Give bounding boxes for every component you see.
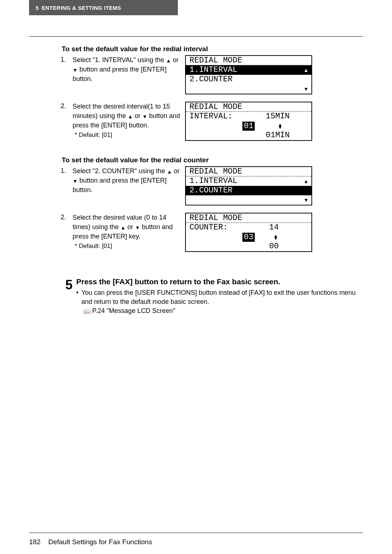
lcd-min-line: 00 [186, 242, 311, 251]
down-arrow-icon [73, 66, 78, 74]
lcd-blank-line: ▼ [186, 195, 311, 205]
text-fragment: or [133, 112, 142, 119]
down-scroll-icon: ▼ [303, 197, 309, 203]
subheading-counter: To set the default value for the redial … [62, 156, 363, 164]
lcd-title-line: REDIAL MODE [186, 213, 311, 223]
lcd-item-selected: 2.COUNTER [186, 186, 311, 195]
chapter-header: 5 ENTERING & SETTING ITEMS [29, 0, 178, 15]
lcd-screen: REDIAL MODE INTERVAL: 15MIN 01 ▲▼ 01MIN [185, 102, 312, 141]
step-number: 1. [29, 55, 73, 64]
big-step-number: 5 [62, 277, 73, 293]
default-note: * Default: [01] [75, 242, 181, 251]
lcd-min-value: 01MIN [266, 131, 290, 139]
lcd-value-line: INTERVAL: 15MIN [186, 112, 311, 121]
top-rule [29, 36, 363, 37]
up-arrow-icon [166, 57, 171, 64]
subheading-interval: To set the default value for the redial … [62, 45, 363, 53]
lcd-item: 1.INTERVAL ▲ [186, 176, 311, 186]
lcd-screen: REDIAL MODE 1.INTERVAL ▲ 2.COUNTER ▼ [185, 55, 312, 94]
step-text: Select the desired interval(1 to 15 minu… [73, 102, 185, 140]
bullet-text: You can press the [USER FUNCTIONS] butto… [81, 288, 363, 306]
lcd-item-label: 1.INTERVAL [189, 66, 237, 74]
interval-step2-row: 2. Select the desired interval(1 to 15 m… [29, 102, 363, 141]
step-text: Select "2. COUNTER" using the or button … [73, 166, 185, 195]
lcd-title: REDIAL MODE [189, 168, 242, 176]
lcd-current-value: 03 [242, 233, 255, 242]
lcd-value-current: 03 ▲▼ [186, 232, 311, 242]
lcd-value-line: COUNTER: 14 [186, 223, 311, 232]
page-content: To set the default value for the redial … [29, 44, 363, 315]
up-down-arrows-icon: ▲▼ [278, 123, 282, 129]
book-icon: 📖 [83, 308, 91, 315]
step5-heading: Press the [FAX] button to return to the … [76, 277, 363, 286]
page-number: 182 [29, 538, 41, 546]
up-arrow-icon [167, 168, 172, 175]
counter-step1-row: 1. Select "2. COUNTER" using the or butt… [29, 166, 363, 205]
lcd-item-label: 1.INTERVAL [189, 177, 237, 185]
lcd-column: REDIAL MODE 1.INTERVAL ▲ 2.COUNTER ▼ [185, 166, 363, 205]
lcd-column: REDIAL MODE INTERVAL: 15MIN 01 ▲▼ 01MIN [185, 102, 363, 141]
lcd-column: REDIAL MODE COUNTER: 14 03 ▲▼ 00 [185, 213, 363, 252]
step-number: 2. [29, 213, 73, 221]
step-text: Select "1. INTERVAL" using the or button… [73, 55, 185, 83]
default-note: * Default: [01] [75, 131, 181, 140]
lcd-value-current: 01 ▲▼ [186, 121, 311, 131]
lcd-max-value: 14 [269, 224, 279, 232]
lcd-column: REDIAL MODE 1.INTERVAL ▲ 2.COUNTER ▼ [185, 55, 363, 94]
step-number: 1. [29, 166, 73, 175]
lcd-value-label: COUNTER: [189, 224, 228, 232]
text-fragment: Select "1. INTERVAL" using the [73, 56, 166, 64]
lcd-value-label: INTERVAL: [189, 113, 233, 121]
lcd-title: REDIAL MODE [189, 103, 242, 111]
text-fragment: or [171, 56, 179, 64]
down-arrow-icon [135, 224, 140, 231]
up-arrow-icon [128, 113, 133, 120]
step-text: Select the desired value (0 to 14 times)… [73, 213, 185, 251]
lcd-item-label: 2.COUNTER [189, 76, 233, 83]
lcd-item-selected: 1.INTERVAL ▲ [186, 65, 311, 75]
bottom-rule [29, 533, 363, 533]
text-fragment: or [126, 223, 135, 231]
lcd-title-line: REDIAL MODE [186, 56, 311, 65]
footer-title: Default Settings for Fax Functions [48, 538, 152, 546]
lcd-item: 2.COUNTER [186, 75, 311, 84]
down-arrow-icon [142, 113, 147, 120]
book-reference: 📖P.24 "Message LCD Screen" [83, 307, 363, 315]
text-fragment: Select "2. COUNTER" using the [73, 167, 167, 175]
down-arrow-icon [73, 178, 78, 185]
lcd-title: REDIAL MODE [189, 57, 242, 65]
lcd-current-value: 01 [242, 122, 255, 131]
step5-block: 5 Press the [FAX] button to return to th… [29, 277, 363, 315]
lcd-title: REDIAL MODE [189, 214, 242, 222]
page-footer: 182 Default Settings for Fax Functions [29, 538, 152, 546]
bullet-dot: • [76, 288, 81, 306]
up-arrow-icon [121, 224, 126, 231]
text-fragment: button and press the [ENTER] button. [73, 66, 167, 82]
interval-step1-row: 1. Select "1. INTERVAL" using the or but… [29, 55, 363, 94]
up-scroll-icon: ▲ [303, 68, 309, 73]
step5-bullet: • You can press the [USER FUNCTIONS] but… [76, 288, 363, 306]
reference-text: P.24 "Message LCD Screen" [92, 307, 175, 314]
text-fragment: button and press the [ENTER] button. [73, 177, 167, 194]
chapter-title: ENTERING & SETTING ITEMS [42, 5, 121, 11]
lcd-min-value: 00 [269, 243, 279, 250]
counter-step2-row: 2. Select the desired value (0 to 14 tim… [29, 213, 363, 252]
up-scroll-icon: ▲ [303, 179, 309, 184]
lcd-screen: REDIAL MODE COUNTER: 14 03 ▲▼ 00 [185, 213, 312, 252]
chapter-number: 5 [36, 5, 39, 11]
lcd-min-line: 01MIN [186, 131, 311, 140]
down-scroll-icon: ▼ [303, 86, 309, 91]
step-number: 2. [29, 102, 73, 110]
up-down-arrows-icon: ▲▼ [273, 235, 278, 240]
lcd-blank-line: ▼ [186, 84, 311, 94]
text-fragment: or [172, 167, 180, 175]
lcd-max-value: 15MIN [266, 113, 290, 121]
lcd-title-line: REDIAL MODE [186, 102, 311, 112]
lcd-title-line: REDIAL MODE [186, 167, 311, 176]
lcd-screen: REDIAL MODE 1.INTERVAL ▲ 2.COUNTER ▼ [185, 166, 312, 205]
lcd-item-label: 2.COUNTER [189, 187, 233, 195]
